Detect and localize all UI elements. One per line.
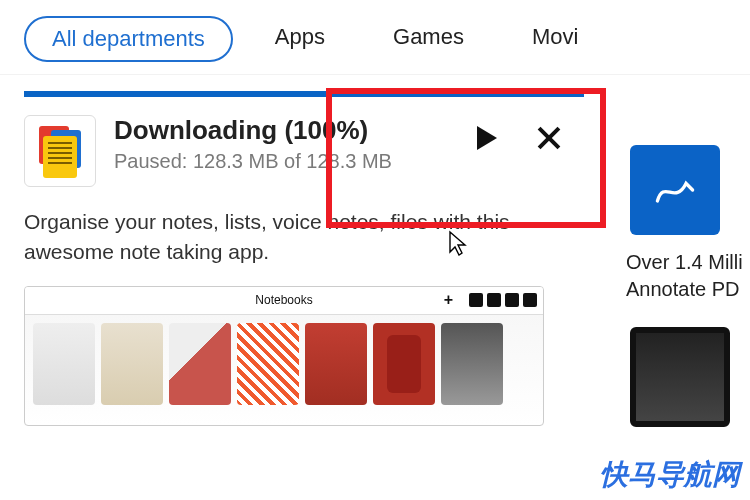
close-icon xyxy=(537,126,561,150)
thumb xyxy=(441,323,503,405)
add-icon: + xyxy=(444,291,453,309)
app-description: Organise your notes, lists, voice notes,… xyxy=(24,207,564,268)
download-title: Downloading (100%) xyxy=(114,115,454,146)
download-progress-fill xyxy=(24,91,584,97)
tab-movies[interactable]: Movi xyxy=(506,16,604,62)
watermark: 快马导航网 xyxy=(600,456,740,494)
thumb xyxy=(169,323,231,405)
thumb xyxy=(101,323,163,405)
download-progress xyxy=(24,91,584,97)
screenshot-thumbs xyxy=(25,315,543,413)
cancel-button[interactable] xyxy=(534,123,564,153)
app-screenshot: Notebooks + xyxy=(24,286,544,426)
screenshot-tools xyxy=(469,293,537,307)
play-icon xyxy=(477,126,497,150)
side-panel: Over 1.4 Milli Annotate PD xyxy=(620,145,750,427)
side-text-line1: Over 1.4 Milli xyxy=(620,249,750,276)
tab-all-departments[interactable]: All departments xyxy=(24,16,233,62)
thumb xyxy=(373,323,435,405)
resume-button[interactable] xyxy=(472,123,502,153)
thumb xyxy=(33,323,95,405)
download-info: Downloading (100%) Paused: 128.3 MB of 1… xyxy=(114,115,454,173)
download-status: Paused: 128.3 MB of 128.3 MB xyxy=(114,150,454,173)
download-card: Downloading (100%) Paused: 128.3 MB of 1… xyxy=(24,83,604,426)
thumb xyxy=(305,323,367,405)
side-app-tile[interactable] xyxy=(630,145,720,235)
tab-games[interactable]: Games xyxy=(367,16,490,62)
category-tabs: All departments Apps Games Movi xyxy=(0,0,750,75)
side-text-line2: Annotate PD xyxy=(620,276,750,303)
screenshot-title: Notebooks xyxy=(255,293,312,307)
side-image xyxy=(630,327,730,427)
thumb xyxy=(237,323,299,405)
signature-icon xyxy=(653,168,697,212)
app-icon xyxy=(24,115,96,187)
tab-apps[interactable]: Apps xyxy=(249,16,351,62)
